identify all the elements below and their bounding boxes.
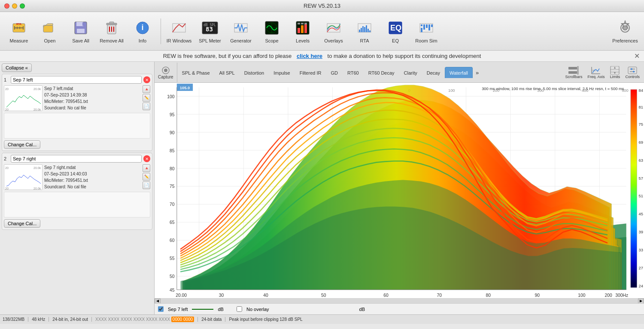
room-sim-icon xyxy=(418,19,435,36)
title-bar: REW V5.20.13 xyxy=(0,0,644,12)
preferences-icon xyxy=(617,19,634,36)
tab-decay[interactable]: Decay xyxy=(422,67,445,78)
svg-rect-42 xyxy=(364,27,365,32)
info-button[interactable]: i Info xyxy=(128,15,157,48)
levels-icon xyxy=(294,19,311,36)
overlay-checkbox[interactable] xyxy=(237,306,242,312)
scroll-left-arrow[interactable]: ◀ xyxy=(155,299,161,304)
open-button[interactable]: Open xyxy=(35,15,64,48)
eq-label: EQ xyxy=(392,38,399,43)
svg-point-86 xyxy=(633,71,635,72)
measure-label: Measure xyxy=(10,38,28,43)
status-level-indicators: XXXX XXXX XXXX XXXX XXXX XXXX 0000 0000 xyxy=(95,317,198,322)
meas-1-name-input[interactable] xyxy=(11,76,142,84)
meas-2-edit-btn[interactable]: ✏️ xyxy=(143,173,150,181)
controls-control[interactable]: Controls xyxy=(623,65,641,80)
freq-axis-control[interactable]: Hz Freq. Axis xyxy=(586,65,606,80)
meas-1-change-cal-button[interactable]: Change Cal... xyxy=(4,140,40,149)
measurement-item-1: 1 ✕ 20 20.0k 20 20.0k Sep 7 left.mda xyxy=(2,74,152,151)
spl-meter-icon: dB SPL 83 xyxy=(201,19,219,36)
traffic-lights[interactable] xyxy=(4,3,25,9)
svg-text:27: 27 xyxy=(639,266,643,270)
svg-text:63: 63 xyxy=(639,158,643,163)
svg-text:40: 40 xyxy=(263,293,268,298)
minimize-button[interactable] xyxy=(12,3,17,9)
meas-2-icon-btn[interactable]: 🔺 xyxy=(143,164,150,172)
meas-1-actions: 🔺 ✏️ 📄 xyxy=(143,85,150,111)
tab-all-spl[interactable]: All SPL xyxy=(215,67,240,78)
measure-icon: RTA xyxy=(10,19,27,36)
tab-rt60[interactable]: RT60 xyxy=(343,67,364,78)
maximize-button[interactable] xyxy=(20,3,25,9)
tab-distortion[interactable]: Distortion xyxy=(240,67,269,78)
tab-right-controls: Scrollbars Hz Freq. Axis xyxy=(563,65,644,80)
overlays-button[interactable]: Overlays xyxy=(319,15,348,48)
close-button[interactable] xyxy=(4,3,9,9)
save-all-button[interactable]: Save All xyxy=(66,15,95,48)
measurement-item-2: 2 ✕ 20 20.0k 20 20.0k Sep 7 right.md xyxy=(2,153,152,230)
svg-rect-53 xyxy=(428,24,430,30)
meas-1-notes-btn[interactable]: 📄 xyxy=(143,103,150,110)
measure-button[interactable]: RTA Measure xyxy=(4,15,33,48)
svg-text:20: 20 xyxy=(5,187,9,190)
remove-all-button[interactable]: Remove All xyxy=(97,15,126,48)
legend-checkbox[interactable] xyxy=(158,306,164,312)
scope-button[interactable]: Scope xyxy=(257,15,286,48)
tab-gd[interactable]: GD xyxy=(326,67,343,78)
meas-1-info: Sep 7 left.mdat 07-Sep-2023 14:39:38 Mic… xyxy=(44,85,141,111)
overlay-label: No overlay xyxy=(246,307,269,312)
limits-control[interactable]: Limits xyxy=(608,65,622,80)
rta-button[interactable]: RTA xyxy=(350,15,379,48)
meas-1-remove-button[interactable]: ✕ xyxy=(143,76,150,83)
chart-scrollbar[interactable]: ◀ ▶ xyxy=(155,298,644,303)
svg-text:39: 39 xyxy=(639,230,643,234)
meas-2-remove-button[interactable]: ✕ xyxy=(143,155,150,162)
banner-close-button[interactable]: ✕ xyxy=(634,52,640,60)
svg-rect-72 xyxy=(568,71,577,74)
right-panel: Capture SPL & Phase All SPL Distortion I… xyxy=(155,62,644,314)
tab-rt60-decay[interactable]: RT60 Decay xyxy=(364,67,399,78)
tab-clarity[interactable]: Clarity xyxy=(399,67,422,78)
controls-label: Controls xyxy=(625,75,640,79)
meas-2-change-cal-button[interactable]: Change Cal... xyxy=(4,219,40,228)
levels-button[interactable]: Levels xyxy=(288,15,317,48)
meas-2-mic: Mic/Meter: 7095451.txt xyxy=(44,177,141,184)
svg-text:100: 100 xyxy=(578,293,585,298)
tab-waterfall[interactable]: Waterfall xyxy=(445,67,473,78)
generator-label: Generator xyxy=(230,38,252,43)
meas-2-name-input[interactable] xyxy=(11,155,142,163)
svg-rect-54 xyxy=(431,24,433,27)
svg-text:EQ: EQ xyxy=(390,24,401,32)
svg-rect-50 xyxy=(421,28,422,32)
meas-1-edit-btn[interactable]: ✏️ xyxy=(143,94,150,102)
scroll-track[interactable] xyxy=(161,299,638,303)
meas-2-notes-btn[interactable]: 📄 xyxy=(143,181,150,189)
tab-impulse[interactable]: Impulse xyxy=(269,67,295,78)
capture-button[interactable]: Capture xyxy=(155,63,177,82)
svg-text:20: 20 xyxy=(5,166,9,169)
tab-spl-phase[interactable]: SPL & Phase xyxy=(177,67,215,78)
scroll-right-arrow[interactable]: ▶ xyxy=(638,299,644,304)
tab-more-button[interactable]: » xyxy=(473,67,482,78)
eq-icon: EQ xyxy=(387,19,404,36)
ir-windows-button[interactable]: IR Windows xyxy=(164,15,194,48)
eq-button[interactable]: EQ EQ xyxy=(381,15,410,48)
collapse-button[interactable]: Collapse « xyxy=(2,63,32,72)
banner-link[interactable]: click here xyxy=(297,53,322,59)
scope-icon xyxy=(263,19,280,36)
svg-text:50: 50 xyxy=(321,293,326,298)
meas-2-info: Sep 7 right.mdat 07-Sep-2023 14:40:03 Mi… xyxy=(44,164,141,190)
svg-text:33: 33 xyxy=(639,248,643,252)
meas-1-icon-btn[interactable]: 🔺 xyxy=(143,85,150,93)
tab-filtered-ir[interactable]: Filtered IR xyxy=(295,67,326,78)
spl-meter-button[interactable]: dB SPL 83 SPL Meter xyxy=(195,15,225,48)
svg-rect-10 xyxy=(76,22,83,26)
legend-line xyxy=(192,309,213,310)
preferences-button[interactable]: Preferences xyxy=(611,15,640,48)
room-sim-button[interactable]: Room Sim xyxy=(412,15,441,48)
generator-button[interactable]: Generator xyxy=(226,15,255,48)
svg-text:90: 90 xyxy=(535,293,540,298)
svg-text:24: 24 xyxy=(639,284,643,288)
scrollbars-label: Scrollbars xyxy=(565,75,582,79)
scrollbars-control[interactable]: Scrollbars xyxy=(563,65,584,80)
